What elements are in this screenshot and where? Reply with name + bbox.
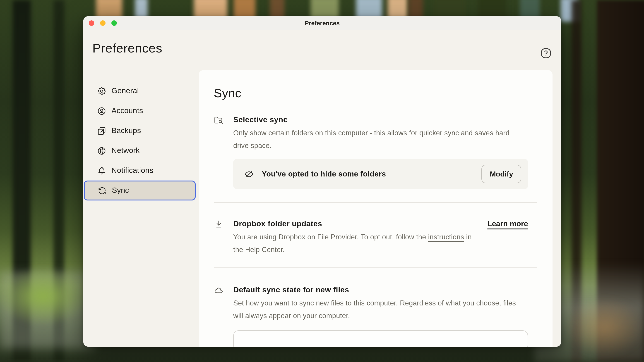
divider [214, 202, 537, 203]
user-circle-icon [97, 106, 106, 116]
content-panel: Sync Selective sync Only show certain fo… [199, 70, 552, 347]
banner-text: You've opted to hide some folders [262, 170, 386, 178]
sidebar-item-network[interactable]: Network [83, 141, 198, 161]
section-title: Default sync state for new files [233, 284, 528, 296]
folder-search-icon [214, 115, 224, 125]
section-body: Dropbox folder updates You are using Dro… [233, 218, 487, 256]
window-body: Preferences [83, 30, 561, 347]
sidebar-item-label: Network [112, 146, 140, 155]
fullscreen-button[interactable] [112, 20, 117, 26]
section-title: Dropbox folder updates [233, 218, 487, 230]
section-folder-updates: Dropbox folder updates You are using Dro… [214, 218, 528, 256]
section-selective-sync: Selective sync Only show certain folders… [214, 114, 528, 189]
sidebar-item-label: Notifications [112, 166, 153, 175]
sync-arrows-icon [97, 186, 107, 195]
section-description: Only show certain folders on this comput… [233, 127, 523, 152]
section-title: Selective sync [233, 114, 528, 126]
default-sync-dropdown[interactable] [233, 330, 528, 347]
sidebar-item-label: Backups [112, 126, 141, 135]
window-title: Preferences [83, 20, 561, 26]
download-icon [214, 219, 224, 229]
section-default-sync-state: Default sync state for new files Set how… [214, 284, 528, 347]
warm-highlight [564, 298, 644, 357]
selective-sync-banner: You've opted to hide some folders Modify [233, 159, 528, 189]
divider [214, 267, 537, 268]
modify-button[interactable]: Modify [482, 165, 521, 183]
traffic-lights [89, 16, 123, 30]
sidebar: General Accounts [83, 81, 198, 200]
content-title: Sync [214, 85, 528, 101]
globe-icon [97, 146, 106, 155]
close-button[interactable] [89, 20, 94, 26]
sidebar-item-backups[interactable]: Backups [83, 121, 198, 141]
page-title: Preferences [92, 41, 162, 56]
section-description: Set how you want to sync new files to th… [233, 297, 523, 322]
minimize-button[interactable] [100, 20, 106, 26]
cloud-icon [214, 285, 224, 295]
section-body: Selective sync Only show certain folders… [233, 114, 528, 152]
sidebar-item-notifications[interactable]: Notifications [83, 161, 198, 181]
learn-more-link[interactable]: Learn more [487, 218, 528, 230]
section-body: Default sync state for new files Set how… [233, 284, 528, 322]
help-button[interactable] [540, 47, 552, 59]
sidebar-item-sync[interactable]: Sync [84, 181, 196, 200]
sidebar-item-label: Sync [112, 186, 129, 195]
section-description: You are using Dropbox on File Provider. … [233, 231, 478, 256]
description-text: You are using Dropbox on File Provider. … [233, 233, 428, 241]
sidebar-item-label: General [112, 86, 139, 95]
help-icon [540, 47, 552, 59]
gear-icon [97, 86, 106, 96]
grass-highlight [0, 267, 90, 326]
sidebar-item-label: Accounts [112, 106, 143, 115]
bell-icon [97, 166, 106, 175]
backup-copy-icon [97, 126, 106, 135]
instructions-link[interactable]: instructions [428, 233, 464, 241]
preferences-window: Preferences Preferences [83, 16, 561, 347]
window-titlebar: Preferences [83, 16, 561, 30]
sidebar-item-general[interactable]: General [83, 81, 198, 101]
hidden-folders-icon [244, 169, 254, 179]
sidebar-item-accounts[interactable]: Accounts [83, 101, 198, 121]
screen: Preferences Preferences [0, 0, 644, 362]
